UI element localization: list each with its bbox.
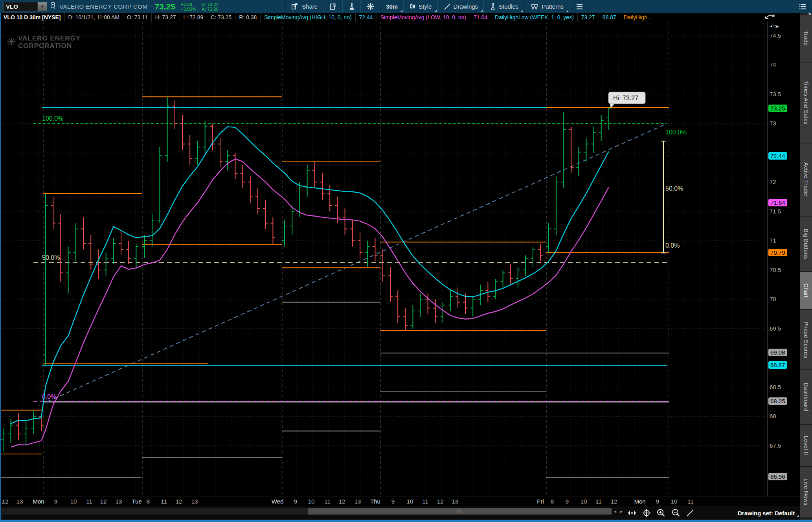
zoom-in-icon[interactable] — [656, 508, 666, 518]
sidebar-tab-live-news[interactable]: Live News — [800, 467, 812, 517]
studies-button[interactable]: Studies — [484, 0, 524, 13]
symbol-input[interactable] — [4, 3, 37, 10]
time-tick-day: Wed — [272, 498, 284, 505]
sidebar-tab-active-trader[interactable]: Active Trader — [800, 143, 812, 216]
pan-icon[interactable] — [627, 509, 637, 517]
time-tick: 10 — [407, 498, 413, 505]
ohlc-bar — [584, 138, 589, 162]
share-button[interactable]: Share — [285, 0, 323, 13]
time-tick: 13 — [17, 498, 23, 505]
chart-scrollbar[interactable]: ||| — [0, 508, 612, 515]
svg-text:i: i — [334, 4, 335, 6]
study-sma-high-label[interactable]: SimpleMovingAvg (HIGH, 10, 0, no) — [261, 13, 355, 22]
ohlc-bar — [599, 115, 604, 141]
ohlc-bar — [395, 290, 400, 323]
study-sma-high-value: 72.44 — [356, 13, 377, 22]
scroll-step-right-icon[interactable]: ▸ — [620, 508, 623, 515]
time-axis[interactable]: 1213Mon910111213Tue8111213Wed910111213Th… — [0, 496, 800, 506]
zoom-out-icon[interactable] — [671, 508, 681, 518]
price-badge: 73.25 — [768, 105, 787, 112]
symbol-input-box[interactable]: ▼ — [3, 2, 47, 11]
time-tick: 13 — [452, 498, 459, 505]
ohlc-bar — [523, 255, 528, 276]
right-sidebar: TradeTimes And SalesActive TraderBig But… — [800, 13, 812, 522]
chart-flex-icon[interactable] — [764, 13, 776, 22]
chart-link-icon[interactable] — [50, 2, 55, 11]
svg-text:Hi: 73.27: Hi: 73.27 — [613, 95, 638, 101]
interval-button[interactable]: 30m — [380, 0, 404, 13]
scroll-step-left-icon[interactable]: ◂ — [614, 508, 616, 515]
hamburger-icon — [575, 4, 583, 10]
sidebar-tab-phase-scores[interactable]: Phase Scores — [800, 310, 812, 370]
sidebar-tab-trade[interactable]: Trade — [800, 15, 812, 62]
quick-study-button[interactable] — [343, 0, 361, 13]
sidebar-tab-chart[interactable]: Chart — [800, 272, 812, 310]
time-tick: 13 — [355, 498, 361, 505]
patterns-button[interactable]: Patterns — [524, 0, 570, 13]
fib-level-label: 100.0% — [665, 129, 687, 136]
price-tick-label: 68.5 — [770, 384, 781, 390]
flask-icon — [349, 3, 355, 10]
price-tick-label: 67.5 — [770, 442, 781, 449]
time-tick: 13 — [191, 498, 198, 505]
study-dailyhighlow-label[interactable]: DailyHighLow (WEEK, 1, 0, yes) — [491, 13, 578, 22]
sidebar-tab-dashboard[interactable]: Dashboard — [800, 370, 812, 425]
ohlc-bar — [320, 173, 325, 200]
panel-menu-button[interactable] — [793, 0, 812, 13]
price-tick-label: 70 — [770, 296, 776, 302]
ohlc-bar — [111, 238, 116, 264]
settings-button[interactable] — [361, 0, 380, 13]
ohlc-bar — [456, 287, 460, 308]
flask-icon — [490, 3, 496, 10]
time-tick: 8 — [147, 498, 150, 505]
price-axis[interactable]: ↶➤ 74.57473.5737271.57170.57069.568.5686… — [767, 22, 800, 496]
time-tick: 9 — [656, 498, 659, 505]
price-change: +2.68+3.80% — [181, 2, 196, 11]
price-badge: 70.79 — [768, 249, 787, 256]
active-panel-border — [0, 520, 812, 522]
axis-reset-icon[interactable]: ↶➤ — [770, 23, 779, 29]
ohlc-bar — [327, 185, 332, 211]
ohlc-bar — [180, 115, 185, 150]
ohlc-bar — [516, 267, 520, 287]
ohlc-bar — [606, 108, 611, 130]
study-sma-low-label[interactable]: SimpleMovingAvg (LOW, 10, 0, no) — [377, 13, 470, 22]
sidebar-tab-times-and-sales[interactable]: Times And Sales — [800, 62, 812, 143]
sidebar-tab-level-ii[interactable]: Level II — [800, 425, 812, 467]
price-tick-label: 68 — [770, 413, 776, 419]
study-dailyhighlow2-label[interactable]: DailyHigh... — [620, 13, 656, 22]
onnote-button[interactable]: i — [323, 0, 343, 13]
time-tick: 10 — [671, 498, 678, 505]
dropdown-corner-icon — [400, 10, 402, 12]
time-tick: 12 — [176, 498, 182, 505]
sidebar-tab-big-buttons[interactable]: Big Buttons — [800, 217, 812, 272]
drawing-set-selector[interactable]: Drawing set: Default — [738, 506, 795, 520]
chart-header: VLO 10 D 30m [NYSE] D: 10/1/21, 11:00 AM… — [0, 13, 800, 22]
time-tick: 11 — [687, 498, 694, 505]
ohlc-bar — [508, 264, 513, 285]
drawing-line-icon[interactable] — [686, 509, 694, 517]
chart-title: VLO 10 D 30m [NYSE] — [0, 13, 65, 22]
symbol-dropdown-icon[interactable]: ▼ — [37, 2, 47, 11]
ohlc-bar — [255, 188, 260, 214]
ohlc-bar — [403, 308, 408, 331]
scrollbar-thumb[interactable]: ||| — [308, 508, 612, 515]
ohlc-bar — [173, 100, 177, 130]
crosshair-move-icon[interactable] — [642, 509, 651, 517]
ohlc-bar — [241, 165, 245, 188]
style-button[interactable]: Style — [404, 0, 437, 13]
watermark: CORPORATION — [18, 42, 72, 50]
ohlc-bar — [150, 214, 154, 246]
price-badge: 68.87 — [768, 361, 787, 369]
ohlc-bar — [1, 428, 6, 452]
ohlc-bar — [126, 241, 131, 264]
price-badge: 72.44 — [768, 152, 787, 160]
drawings-button[interactable]: Drawings — [438, 0, 484, 13]
chart-plot-area[interactable]: VALERO ENERGYCORPORATION✳100.0%50.0%0.0%… — [0, 22, 767, 496]
fib-level-label: 50.0% — [665, 185, 683, 192]
bar-open: O: 73.11 — [123, 13, 152, 22]
ohlc-bar — [165, 97, 170, 162]
active-panel-border — [0, 13, 1, 520]
chart-menu-button[interactable] — [570, 0, 589, 13]
candle-style-icon — [410, 3, 416, 10]
